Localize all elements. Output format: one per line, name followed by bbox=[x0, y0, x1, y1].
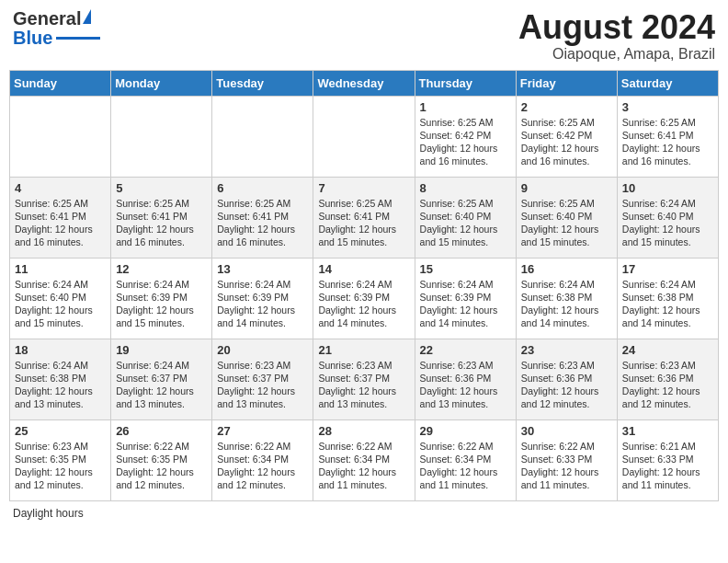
day-info: Sunrise: 6:25 AMSunset: 6:41 PMDaylight:… bbox=[622, 116, 713, 168]
footer-note: Daylight hours bbox=[9, 507, 719, 520]
day-number: 30 bbox=[521, 424, 612, 438]
day-number: 6 bbox=[217, 181, 308, 195]
calendar-cell: 27Sunrise: 6:22 AMSunset: 6:34 PMDayligh… bbox=[212, 419, 313, 500]
day-number: 13 bbox=[217, 262, 308, 276]
day-number: 9 bbox=[521, 181, 612, 195]
weekday-header-thursday: Thursday bbox=[415, 70, 516, 96]
weekday-header-saturday: Saturday bbox=[617, 70, 718, 96]
calendar-week-4: 18Sunrise: 6:24 AMSunset: 6:38 PMDayligh… bbox=[10, 339, 719, 419]
calendar-cell: 20Sunrise: 6:23 AMSunset: 6:37 PMDayligh… bbox=[212, 339, 313, 419]
calendar-week-3: 11Sunrise: 6:24 AMSunset: 6:40 PMDayligh… bbox=[10, 258, 719, 339]
calendar-cell: 5Sunrise: 6:25 AMSunset: 6:41 PMDaylight… bbox=[111, 177, 212, 258]
day-info: Sunrise: 6:21 AMSunset: 6:33 PMDaylight:… bbox=[622, 440, 713, 492]
weekday-header-friday: Friday bbox=[516, 70, 617, 96]
logo-underline bbox=[56, 37, 100, 40]
calendar-cell: 1Sunrise: 6:25 AMSunset: 6:42 PMDaylight… bbox=[415, 96, 516, 177]
day-info: Sunrise: 6:23 AMSunset: 6:35 PMDaylight:… bbox=[15, 440, 106, 492]
day-number: 4 bbox=[15, 181, 106, 195]
calendar-cell: 25Sunrise: 6:23 AMSunset: 6:35 PMDayligh… bbox=[10, 419, 111, 500]
day-info: Sunrise: 6:25 AMSunset: 6:40 PMDaylight:… bbox=[521, 197, 612, 249]
logo-text: General bbox=[13, 9, 81, 28]
day-info: Sunrise: 6:22 AMSunset: 6:34 PMDaylight:… bbox=[217, 440, 308, 492]
day-number: 15 bbox=[420, 262, 511, 276]
day-number: 2 bbox=[521, 100, 612, 114]
day-number: 18 bbox=[15, 343, 106, 357]
calendar-cell: 30Sunrise: 6:22 AMSunset: 6:33 PMDayligh… bbox=[516, 419, 617, 500]
calendar-cell: 18Sunrise: 6:24 AMSunset: 6:38 PMDayligh… bbox=[10, 339, 111, 419]
calendar-cell: 4Sunrise: 6:25 AMSunset: 6:41 PMDaylight… bbox=[10, 177, 111, 258]
calendar-week-1: 1Sunrise: 6:25 AMSunset: 6:42 PMDaylight… bbox=[10, 96, 719, 177]
day-number: 19 bbox=[116, 343, 207, 357]
calendar-cell: 11Sunrise: 6:24 AMSunset: 6:40 PMDayligh… bbox=[10, 258, 111, 339]
page-subtitle: Oiapoque, Amapa, Brazil bbox=[518, 46, 715, 63]
day-info: Sunrise: 6:24 AMSunset: 6:39 PMDaylight:… bbox=[420, 278, 511, 330]
weekday-header-sunday: Sunday bbox=[10, 70, 111, 96]
day-info: Sunrise: 6:23 AMSunset: 6:36 PMDaylight:… bbox=[521, 359, 612, 411]
calendar-cell: 2Sunrise: 6:25 AMSunset: 6:42 PMDaylight… bbox=[516, 96, 617, 177]
day-info: Sunrise: 6:24 AMSunset: 6:40 PMDaylight:… bbox=[622, 197, 713, 249]
calendar-cell: 6Sunrise: 6:25 AMSunset: 6:41 PMDaylight… bbox=[212, 177, 313, 258]
day-number: 28 bbox=[318, 424, 409, 438]
calendar-cell: 26Sunrise: 6:22 AMSunset: 6:35 PMDayligh… bbox=[111, 419, 212, 500]
calendar-week-2: 4Sunrise: 6:25 AMSunset: 6:41 PMDaylight… bbox=[10, 177, 719, 258]
calendar-cell: 10Sunrise: 6:24 AMSunset: 6:40 PMDayligh… bbox=[617, 177, 718, 258]
title-block: August 2024 Oiapoque, Amapa, Brazil bbox=[518, 9, 715, 63]
day-number: 25 bbox=[15, 424, 106, 438]
day-number: 7 bbox=[318, 181, 409, 195]
day-info: Sunrise: 6:23 AMSunset: 6:36 PMDaylight:… bbox=[420, 359, 511, 411]
calendar-body: 1Sunrise: 6:25 AMSunset: 6:42 PMDaylight… bbox=[10, 96, 719, 500]
day-number: 24 bbox=[622, 343, 713, 357]
logo: General Blue bbox=[13, 9, 100, 49]
calendar-cell: 23Sunrise: 6:23 AMSunset: 6:36 PMDayligh… bbox=[516, 339, 617, 419]
day-number: 8 bbox=[420, 181, 511, 195]
weekday-header-row: SundayMondayTuesdayWednesdayThursdayFrid… bbox=[10, 70, 719, 96]
day-number: 16 bbox=[521, 262, 612, 276]
day-number: 5 bbox=[116, 181, 207, 195]
day-info: Sunrise: 6:24 AMSunset: 6:37 PMDaylight:… bbox=[116, 359, 207, 411]
calendar-cell bbox=[111, 96, 212, 177]
day-number: 3 bbox=[622, 100, 713, 114]
calendar-cell: 28Sunrise: 6:22 AMSunset: 6:34 PMDayligh… bbox=[313, 419, 415, 500]
day-info: Sunrise: 6:25 AMSunset: 6:42 PMDaylight:… bbox=[521, 116, 612, 168]
day-info: Sunrise: 6:25 AMSunset: 6:41 PMDaylight:… bbox=[318, 197, 409, 249]
day-number: 1 bbox=[420, 100, 511, 114]
logo-blue-text: Blue bbox=[13, 28, 52, 49]
day-info: Sunrise: 6:23 AMSunset: 6:36 PMDaylight:… bbox=[622, 359, 713, 411]
day-info: Sunrise: 6:23 AMSunset: 6:37 PMDaylight:… bbox=[318, 359, 409, 411]
calendar-cell: 7Sunrise: 6:25 AMSunset: 6:41 PMDaylight… bbox=[313, 177, 415, 258]
day-info: Sunrise: 6:23 AMSunset: 6:37 PMDaylight:… bbox=[217, 359, 308, 411]
calendar-cell: 31Sunrise: 6:21 AMSunset: 6:33 PMDayligh… bbox=[617, 419, 718, 500]
day-number: 17 bbox=[622, 262, 713, 276]
page-title: August 2024 bbox=[518, 9, 715, 46]
day-info: Sunrise: 6:22 AMSunset: 6:34 PMDaylight:… bbox=[420, 440, 511, 492]
day-info: Sunrise: 6:25 AMSunset: 6:41 PMDaylight:… bbox=[15, 197, 106, 249]
calendar-cell: 29Sunrise: 6:22 AMSunset: 6:34 PMDayligh… bbox=[415, 419, 516, 500]
day-number: 31 bbox=[622, 424, 713, 438]
day-info: Sunrise: 6:25 AMSunset: 6:41 PMDaylight:… bbox=[217, 197, 308, 249]
calendar-cell: 9Sunrise: 6:25 AMSunset: 6:40 PMDaylight… bbox=[516, 177, 617, 258]
day-info: Sunrise: 6:24 AMSunset: 6:39 PMDaylight:… bbox=[116, 278, 207, 330]
day-info: Sunrise: 6:25 AMSunset: 6:42 PMDaylight:… bbox=[420, 116, 511, 168]
weekday-header-wednesday: Wednesday bbox=[313, 70, 415, 96]
calendar-cell: 8Sunrise: 6:25 AMSunset: 6:40 PMDaylight… bbox=[415, 177, 516, 258]
weekday-header-monday: Monday bbox=[111, 70, 212, 96]
calendar-cell: 3Sunrise: 6:25 AMSunset: 6:41 PMDaylight… bbox=[617, 96, 718, 177]
day-number: 11 bbox=[15, 262, 106, 276]
calendar-cell: 15Sunrise: 6:24 AMSunset: 6:39 PMDayligh… bbox=[415, 258, 516, 339]
day-number: 29 bbox=[420, 424, 511, 438]
calendar-cell: 24Sunrise: 6:23 AMSunset: 6:36 PMDayligh… bbox=[617, 339, 718, 419]
day-info: Sunrise: 6:22 AMSunset: 6:34 PMDaylight:… bbox=[318, 440, 409, 492]
day-info: Sunrise: 6:24 AMSunset: 6:38 PMDaylight:… bbox=[622, 278, 713, 330]
day-info: Sunrise: 6:24 AMSunset: 6:39 PMDaylight:… bbox=[217, 278, 308, 330]
footer-text: Daylight hours bbox=[13, 507, 84, 520]
page-header: General Blue August 2024 Oiapoque, Amapa… bbox=[9, 9, 719, 63]
calendar-cell: 22Sunrise: 6:23 AMSunset: 6:36 PMDayligh… bbox=[415, 339, 516, 419]
day-number: 20 bbox=[217, 343, 308, 357]
day-number: 23 bbox=[521, 343, 612, 357]
calendar-cell: 19Sunrise: 6:24 AMSunset: 6:37 PMDayligh… bbox=[111, 339, 212, 419]
calendar-cell: 21Sunrise: 6:23 AMSunset: 6:37 PMDayligh… bbox=[313, 339, 415, 419]
calendar-header: SundayMondayTuesdayWednesdayThursdayFrid… bbox=[10, 70, 719, 96]
day-number: 22 bbox=[420, 343, 511, 357]
weekday-header-tuesday: Tuesday bbox=[212, 70, 313, 96]
calendar-table: SundayMondayTuesdayWednesdayThursdayFrid… bbox=[9, 70, 719, 501]
